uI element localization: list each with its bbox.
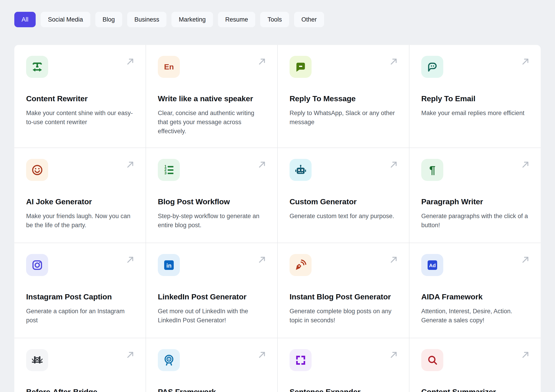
svg-text:En: En: [164, 62, 174, 71]
tool-card-title: Blog Post Workflow: [158, 197, 265, 206]
tool-card-title: Instagram Post Caption: [26, 292, 134, 301]
target-icon: [158, 349, 180, 371]
tool-card-before-after-bridge[interactable]: Before-After-Bridge: [14, 338, 146, 392]
filter-tab-label: Resume: [225, 16, 248, 23]
open-in-new-arrow-icon[interactable]: [389, 255, 399, 264]
open-in-new-arrow-icon[interactable]: [389, 160, 399, 169]
filter-tab-label: Business: [134, 16, 159, 23]
filter-tab-label: Other: [301, 16, 317, 23]
filter-tab-label: Blog: [103, 16, 115, 23]
open-in-new-arrow-icon[interactable]: [521, 350, 530, 360]
tool-card-reply-to-message[interactable]: Reply To Message Reply to WhatsApp, Slac…: [278, 45, 409, 147]
tool-card-description: Get more out of LinkedIn with the Linked…: [158, 307, 265, 325]
tool-card-description: Step-by-step workflow to generate an ent…: [158, 212, 265, 230]
tool-card-title: AIDA Framework: [421, 292, 529, 301]
tool-card-pas-framework[interactable]: PAS Framework: [146, 338, 277, 392]
pen-signal-icon: [290, 254, 312, 276]
tool-card-title: AI Joke Generator: [26, 197, 134, 206]
smiley-icon: [26, 159, 48, 181]
tool-card-description: Attention, Interest, Desire, Action. Gen…: [421, 307, 529, 325]
tool-card-description: Generate complete blog posts on any topi…: [290, 307, 397, 325]
filter-tab-business[interactable]: Business: [127, 12, 167, 27]
tools-grid: Content Rewriter Make your content shine…: [14, 45, 541, 392]
open-in-new-arrow-icon[interactable]: [521, 160, 530, 169]
open-in-new-arrow-icon[interactable]: [521, 57, 530, 66]
tool-card-description: Generate paragraphs with the click of a …: [421, 212, 529, 230]
tool-card-write-like-a-native-speaker[interactable]: En Write like a native speaker Clear, co…: [146, 45, 277, 147]
pilcrow-icon: ¶: [421, 159, 443, 181]
open-in-new-arrow-icon[interactable]: [257, 255, 267, 264]
tool-card-sentence-expander[interactable]: Sentence Expander: [278, 338, 409, 392]
tool-card-title: PAS Framework: [158, 387, 265, 392]
instagram-icon: [26, 254, 48, 276]
tool-card-instant-blog-post-generator[interactable]: Instant Blog Post Generator Generate com…: [278, 243, 409, 338]
tool-card-title: Paragraph Writer: [421, 197, 529, 206]
tool-card-linkedin-post-generator[interactable]: in LinkedIn Post Generator Get more out …: [146, 243, 277, 338]
chat-face-icon: [421, 56, 443, 78]
filter-tab-tools[interactable]: Tools: [260, 12, 289, 27]
open-in-new-arrow-icon[interactable]: [257, 160, 267, 169]
svg-text:in: in: [166, 262, 171, 269]
svg-text:3: 3: [164, 171, 166, 175]
tool-card-title: Sentence Expander: [290, 387, 397, 392]
filter-tab-label: All: [22, 16, 28, 23]
tool-card-title: Before-After-Bridge: [26, 387, 134, 392]
svg-text:¶: ¶: [429, 164, 435, 176]
text-width-icon: [26, 56, 48, 78]
filter-tab-resume[interactable]: Resume: [218, 12, 256, 27]
tool-card-title: Content Summarizer: [421, 387, 529, 392]
chat-bubble-icon: [290, 56, 312, 78]
filter-tab-marketing[interactable]: Marketing: [171, 12, 213, 27]
tool-card-description: Make your friends laugh. Now you can be …: [26, 212, 134, 230]
tool-card-description: Make your email replies more efficient: [421, 109, 529, 118]
tool-card-reply-to-email[interactable]: Reply To Email Make your email replies m…: [409, 45, 541, 147]
open-in-new-arrow-icon[interactable]: [257, 350, 267, 360]
numbered-list-icon: 123: [158, 159, 180, 181]
tool-card-description: Clear, concise and authentic writing tha…: [158, 109, 265, 136]
robot-icon: [290, 159, 312, 181]
tool-card-title: Instant Blog Post Generator: [290, 292, 397, 301]
filter-tab-label: Marketing: [179, 16, 206, 23]
filter-tab-other[interactable]: Other: [294, 12, 324, 27]
filter-tab-label: Social Media: [48, 16, 83, 23]
tool-card-title: LinkedIn Post Generator: [158, 292, 265, 301]
tool-card-description: Generate custom text for any purpose.: [290, 212, 397, 221]
tool-card-ai-joke-generator[interactable]: AI Joke Generator Make your friends laug…: [14, 148, 146, 243]
english-text-icon: En: [158, 56, 180, 78]
tool-card-instagram-post-caption[interactable]: Instagram Post Caption Generate a captio…: [14, 243, 146, 338]
tool-card-aida-framework[interactable]: Ad AIDA Framework Attention, Interest, D…: [409, 243, 541, 338]
tool-card-description: Make your content shine with our easy-to…: [26, 109, 134, 127]
filter-tab-all[interactable]: All: [14, 12, 36, 27]
filter-tab-label: Tools: [268, 16, 282, 23]
filter-tab-social-media[interactable]: Social Media: [41, 12, 90, 27]
open-in-new-arrow-icon[interactable]: [126, 350, 135, 360]
tool-card-title: Custom Generator: [290, 197, 397, 206]
open-in-new-arrow-icon[interactable]: [257, 57, 267, 66]
expand-icon: [290, 349, 312, 371]
tool-card-description: Reply to WhatsApp, Slack or any other me…: [290, 109, 397, 127]
tool-card-description: Generate a caption for an Instagram post: [26, 307, 134, 325]
tool-card-content-rewriter[interactable]: Content Rewriter Make your content shine…: [14, 45, 146, 147]
open-in-new-arrow-icon[interactable]: [389, 350, 399, 360]
magnifier-icon: [421, 349, 443, 371]
bridge-icon: [26, 349, 48, 371]
linkedin-icon: in: [158, 254, 180, 276]
tool-card-content-summarizer[interactable]: Content Summarizer: [409, 338, 541, 392]
ad-badge-icon: Ad: [421, 254, 443, 276]
tool-card-custom-generator[interactable]: Custom Generator Generate custom text fo…: [278, 148, 409, 243]
open-in-new-arrow-icon[interactable]: [389, 57, 399, 66]
category-filter-bar: All Social Media Blog Business Marketing…: [0, 0, 555, 27]
tool-card-title: Reply To Email: [421, 94, 529, 103]
open-in-new-arrow-icon[interactable]: [126, 255, 135, 264]
tool-card-title: Content Rewriter: [26, 94, 134, 103]
open-in-new-arrow-icon[interactable]: [521, 255, 530, 264]
tool-card-title: Write like a native speaker: [158, 94, 265, 103]
tool-card-blog-post-workflow[interactable]: 123 Blog Post Workflow Step-by-step work…: [146, 148, 277, 243]
svg-text:Ad: Ad: [429, 263, 436, 268]
filter-tab-blog[interactable]: Blog: [95, 12, 122, 27]
tool-card-paragraph-writer[interactable]: ¶ Paragraph Writer Generate paragraphs w…: [409, 148, 541, 243]
tool-card-title: Reply To Message: [290, 94, 397, 103]
open-in-new-arrow-icon[interactable]: [126, 57, 135, 66]
open-in-new-arrow-icon[interactable]: [126, 160, 135, 169]
